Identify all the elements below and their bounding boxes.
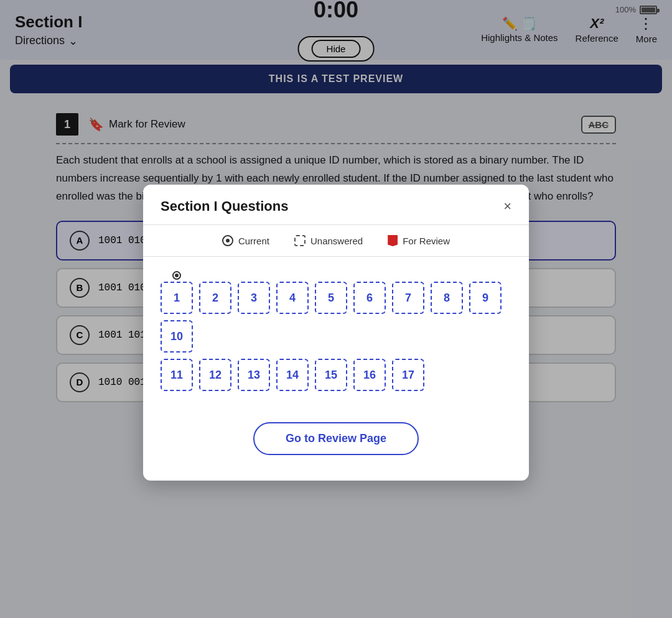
grid-num-13[interactable]: 13: [238, 359, 270, 391]
legend-current: Current: [222, 235, 269, 246]
grid-num-6[interactable]: 6: [353, 282, 386, 314]
modal-header: Section I Questions ×: [143, 185, 529, 225]
current-question-marker: [172, 270, 182, 283]
modal-title: Section I Questions: [161, 198, 288, 214]
current-legend-icon: [222, 235, 233, 246]
grid-num-container-1: 1: [161, 282, 193, 314]
current-legend-label: Current: [238, 236, 269, 246]
grid-num-16[interactable]: 16: [353, 359, 386, 391]
grid-num-7[interactable]: 7: [392, 282, 424, 314]
grid-num-14[interactable]: 14: [276, 359, 309, 391]
grid-num-9[interactable]: 9: [469, 282, 502, 314]
modal-close-button[interactable]: ×: [503, 200, 511, 213]
grid-num-5[interactable]: 5: [315, 282, 347, 314]
go-to-review-container: Go to Review Page: [143, 410, 529, 473]
unanswered-legend-label: Unanswered: [310, 236, 363, 246]
grid-num-4[interactable]: 4: [276, 282, 309, 314]
svg-point-1: [175, 274, 179, 277]
grid-num-1[interactable]: 1: [161, 282, 193, 314]
grid-num-3[interactable]: 3: [238, 282, 270, 314]
legend-unanswered: Unanswered: [294, 235, 363, 246]
modal-overlay[interactable]: Section I Questions × Current Unanswered…: [0, 0, 672, 618]
grid-num-17[interactable]: 17: [392, 359, 424, 391]
unanswered-legend-icon: [294, 235, 306, 246]
go-to-review-button[interactable]: Go to Review Page: [253, 422, 419, 455]
grid-num-2[interactable]: 2: [199, 282, 231, 314]
grid-num-12[interactable]: 12: [199, 359, 231, 391]
review-legend-icon: [388, 235, 398, 246]
grid-row-2: 11 12 13 14 15 16 17: [161, 359, 511, 391]
grid-num-10[interactable]: 10: [161, 320, 193, 353]
grid-row-1: 1 2 3 4 5 6 7 8 9 10: [161, 269, 511, 353]
modal-tail: [329, 472, 343, 481]
question-grid: 1 2 3 4 5 6 7 8 9 10 11 12 13 14 15 16 1…: [143, 257, 529, 410]
section-questions-modal: Section I Questions × Current Unanswered…: [143, 185, 529, 481]
grid-num-8[interactable]: 8: [431, 282, 463, 314]
legend-for-review: For Review: [388, 235, 450, 246]
modal-legend: Current Unanswered For Review: [143, 225, 529, 257]
grid-num-11[interactable]: 11: [161, 359, 193, 391]
for-review-legend-label: For Review: [403, 236, 450, 246]
grid-num-15[interactable]: 15: [315, 359, 347, 391]
